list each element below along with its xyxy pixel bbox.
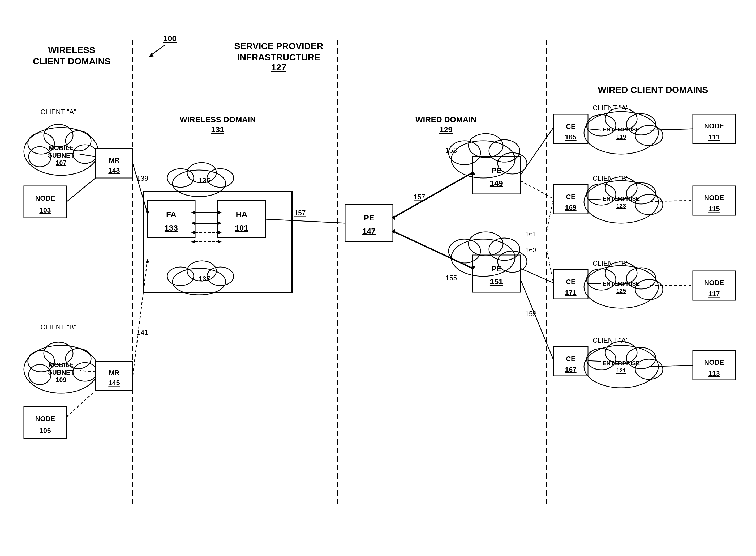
svg-text:CLIENT "A": CLIENT "A"	[40, 108, 76, 116]
svg-line-148	[588, 199, 601, 200]
svg-text:PE: PE	[491, 166, 502, 175]
svg-text:WIRED CLIENT DOMAINS: WIRED CLIENT DOMAINS	[598, 85, 708, 95]
svg-text:NODE: NODE	[704, 358, 724, 366]
svg-text:FA: FA	[166, 210, 176, 219]
svg-line-152	[650, 201, 693, 201]
svg-text:145: 145	[108, 379, 120, 387]
svg-text:HA: HA	[236, 210, 247, 219]
svg-text:NODE: NODE	[704, 279, 724, 287]
svg-point-141	[584, 181, 658, 223]
svg-text:105: 105	[39, 427, 51, 435]
svg-text:107: 107	[56, 159, 66, 166]
svg-text:139: 139	[137, 174, 148, 182]
svg-text:163: 163	[525, 246, 536, 254]
svg-text:NODE: NODE	[35, 415, 55, 423]
svg-marker-85	[146, 259, 149, 263]
svg-rect-53	[147, 201, 195, 238]
svg-text:WIRED DOMAIN: WIRED DOMAIN	[415, 115, 477, 124]
svg-text:161: 161	[525, 230, 536, 238]
svg-rect-95	[473, 255, 520, 292]
svg-point-142	[587, 184, 616, 205]
svg-point-176	[587, 349, 616, 370]
svg-line-188	[547, 198, 554, 231]
svg-point-100	[468, 134, 503, 158]
svg-text:INFRASTRUCTURE: INFRASTRUCTURE	[237, 52, 320, 62]
svg-text:CE: CE	[566, 193, 575, 201]
svg-text:111: 111	[708, 133, 720, 141]
svg-point-106	[468, 232, 503, 256]
svg-line-186	[650, 365, 693, 367]
svg-text:169: 169	[565, 204, 576, 211]
svg-text:101: 101	[235, 223, 248, 232]
svg-text:MOBILE: MOBILE	[48, 361, 73, 369]
svg-text:121: 121	[616, 367, 626, 374]
svg-rect-87	[345, 205, 393, 242]
svg-point-175	[584, 345, 658, 388]
svg-point-40	[29, 364, 51, 385]
svg-point-125	[587, 115, 616, 136]
svg-text:WIRELESS DOMAIN: WIRELESS DOMAIN	[180, 115, 256, 124]
svg-line-182	[588, 361, 601, 361]
svg-text:100: 100	[163, 34, 177, 43]
svg-text:ENTERPRISE: ENTERPRISE	[603, 195, 640, 202]
svg-point-21	[73, 145, 97, 163]
svg-text:115: 115	[708, 205, 720, 213]
svg-marker-69	[218, 240, 222, 244]
svg-text:141: 141	[137, 328, 148, 336]
svg-line-131	[588, 129, 601, 130]
svg-text:143: 143	[108, 166, 120, 174]
svg-line-135	[650, 129, 693, 130]
svg-text:117: 117	[708, 290, 720, 298]
svg-text:123: 123	[616, 202, 626, 209]
svg-point-74	[207, 169, 234, 187]
svg-text:MR: MR	[109, 369, 120, 377]
svg-line-170	[520, 268, 554, 283]
svg-line-136	[520, 128, 554, 175]
svg-text:ENTERPRISE: ENTERPRISE	[603, 360, 640, 367]
svg-line-187	[520, 279, 554, 360]
svg-line-90	[265, 219, 345, 223]
svg-text:SUBNET: SUBNET	[48, 152, 74, 159]
svg-text:109: 109	[56, 376, 66, 383]
svg-text:147: 147	[362, 227, 376, 235]
svg-text:153: 153	[445, 146, 457, 154]
svg-text:SUBNET: SUBNET	[48, 369, 74, 376]
svg-point-159	[587, 269, 616, 290]
svg-point-79	[207, 267, 234, 285]
svg-line-84	[133, 260, 147, 376]
svg-text:127: 127	[271, 62, 287, 72]
svg-text:103: 103	[39, 206, 51, 214]
svg-text:157: 157	[414, 193, 425, 201]
svg-text:CLIENT "A": CLIENT "A"	[593, 336, 628, 344]
svg-marker-70	[191, 240, 195, 244]
svg-text:MOBILE: MOBILE	[48, 144, 73, 151]
svg-point-158	[584, 266, 658, 308]
svg-point-124	[584, 112, 658, 154]
network-diagram: WIRELESS CLIENT DOMAINS SERVICE PROVIDER…	[0, 0, 756, 556]
svg-rect-92	[473, 157, 520, 194]
svg-text:NODE: NODE	[35, 194, 55, 202]
svg-text:137: 137	[198, 275, 210, 283]
svg-text:131: 131	[211, 125, 224, 134]
svg-text:ENTERPRISE: ENTERPRISE	[603, 280, 640, 287]
svg-point-17	[24, 128, 98, 175]
svg-text:SERVICE PROVIDER: SERVICE PROVIDER	[234, 41, 323, 51]
svg-line-81	[133, 163, 147, 212]
svg-line-32	[80, 154, 96, 157]
svg-text:PE: PE	[491, 264, 502, 273]
svg-text:CLIENT DOMAINS: CLIENT DOMAINS	[33, 56, 111, 66]
svg-text:135: 135	[198, 176, 210, 184]
svg-text:WIRELESS: WIRELESS	[48, 45, 95, 55]
svg-text:167: 167	[565, 366, 576, 374]
svg-text:119: 119	[616, 133, 626, 140]
svg-text:PE: PE	[364, 213, 374, 222]
svg-text:CE: CE	[566, 278, 575, 286]
svg-text:CLIENT "B": CLIENT "B"	[40, 323, 76, 331]
svg-line-113	[393, 231, 473, 268]
svg-text:155: 155	[445, 274, 457, 282]
svg-text:ENTERPRISE: ENTERPRISE	[603, 126, 640, 133]
svg-text:NODE: NODE	[704, 194, 724, 202]
svg-text:MR: MR	[109, 156, 120, 164]
svg-text:149: 149	[490, 179, 503, 187]
svg-text:171: 171	[565, 288, 576, 297]
